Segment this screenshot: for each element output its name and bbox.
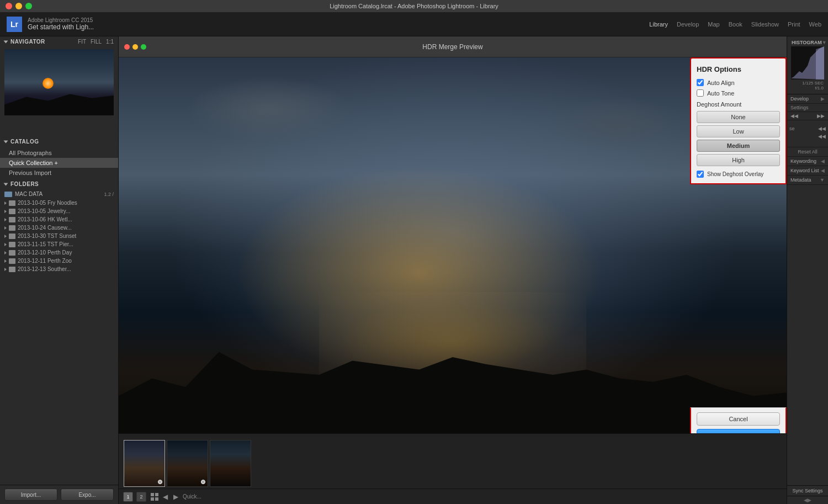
nav-1to1[interactable]: 1:1 (106, 39, 114, 45)
main-body: Navigator FIT FILL 1:1 Catalog All Photo… (0, 36, 828, 504)
next-arrow[interactable]: ▶ (172, 493, 179, 501)
folder-triangle (4, 268, 7, 271)
develop-label: Develop (790, 96, 809, 102)
module-map[interactable]: Map (708, 21, 719, 28)
preview-close[interactable] (124, 44, 130, 50)
metadata-btn[interactable]: Metadata ▼ (787, 176, 828, 185)
folder-label-2: 2013-10-06 HK Wetl... (18, 216, 72, 222)
page-2-button[interactable]: 2 (136, 492, 146, 502)
catalog-panel-header[interactable]: Catalog (0, 136, 118, 147)
sync-settings-btn[interactable]: Sync Settings (787, 485, 828, 496)
right-bottom-arrow[interactable]: ◀▶ (804, 497, 811, 503)
import-button[interactable]: Import... (4, 489, 57, 501)
sidebar-bottom: Import... Expo... (0, 485, 118, 504)
deghost-medium-button[interactable]: Medium (697, 140, 780, 152)
window-controls (6, 3, 32, 9)
module-print[interactable]: Print (788, 21, 800, 28)
histogram-collapse[interactable]: ▼ (822, 40, 827, 45)
module-library[interactable]: Library (649, 21, 668, 28)
folders-section: MAC DATA 1.2 / 2013-10-05 Fry Noodles 20… (0, 189, 118, 485)
hdr-preview-image (119, 57, 787, 449)
deghost-none-button[interactable]: None (697, 111, 780, 123)
deghost-amount-label: Deghost Amount (697, 101, 780, 108)
folder-item-2[interactable]: 2013-10-06 HK Wetl... (0, 215, 118, 224)
grid-view-icon[interactable] (151, 493, 158, 501)
cancel-button[interactable]: Cancel (697, 412, 780, 426)
module-tabs: Library Develop Map Book Slideshow Print… (649, 21, 821, 28)
controls-arrow-left[interactable]: ◀◀ (790, 113, 798, 119)
keywording-btn[interactable]: Keywording ◀ (787, 157, 828, 166)
folder-label-0: 2013-10-05 Fry Noodles (18, 200, 77, 206)
show-deghost-checkbox[interactable] (697, 171, 704, 178)
thumb-badge-2 (201, 480, 205, 484)
preview-min[interactable] (132, 44, 138, 50)
folder-label-4: 2013-10-30 TST Sunset (18, 233, 76, 239)
controls-arrow-right[interactable]: ▶▶ (817, 113, 825, 119)
keyword-list-label: Keyword List (790, 168, 819, 173)
folder-item-4[interactable]: 2013-10-30 TST Sunset (0, 232, 118, 240)
folder-item-8[interactable]: 2013-12-13 Souther... (0, 265, 118, 273)
catalog-triangle (4, 140, 8, 143)
deghost-low-button[interactable]: Low (697, 125, 780, 137)
module-web[interactable]: Web (809, 21, 821, 28)
maximize-button[interactable] (25, 3, 32, 9)
page-1-button[interactable]: 1 (123, 492, 133, 502)
catalog-all-photographs[interactable]: All Photographs (0, 148, 118, 158)
deghost-high-button[interactable]: High (697, 154, 780, 166)
folder-triangle (4, 201, 7, 205)
navigator-thumbnail (0, 47, 118, 120)
svg-rect-2 (151, 497, 154, 501)
folder-label-7: 2013-12-11 Perth Zoo (18, 258, 72, 264)
folder-item-5[interactable]: 2013-11-15 TST Pier... (0, 240, 118, 248)
folder-icon (9, 267, 15, 272)
app-tagline: Get started with Ligh... (28, 23, 94, 31)
thumb-image-3 (210, 441, 251, 486)
close-button[interactable] (6, 3, 12, 9)
quick-label[interactable]: Quick... (183, 494, 201, 500)
cloud1 (185, 77, 351, 143)
folder-item-1[interactable]: 2013-10-05 Jewelry... (0, 207, 118, 215)
right-bottom-controls: ◀▶ (787, 496, 828, 504)
minimize-button[interactable] (15, 3, 22, 9)
folder-item-3[interactable]: 2013-10-24 Causew... (0, 224, 118, 232)
develop-module-btn[interactable]: Develop ▶ (787, 94, 828, 104)
auto-tone-checkbox[interactable] (697, 89, 704, 97)
navigator-title: Navigator (10, 39, 78, 45)
catalog-quick-collection[interactable]: Quick Collection + (0, 158, 118, 168)
thumbnail-1[interactable] (124, 440, 165, 487)
module-book[interactable]: Book (729, 21, 742, 28)
export-button[interactable]: Expo... (61, 489, 114, 501)
folder-triangle (4, 251, 7, 254)
folder-item-7[interactable]: 2013-12-11 Perth Zoo (0, 257, 118, 265)
catalog-previous-import[interactable]: Previous Import (0, 168, 118, 178)
reset-all-btn[interactable]: Reset All (787, 147, 828, 157)
slider-row-2: ◀◀ (789, 134, 826, 139)
drive-item[interactable]: MAC DATA 1.2 / (0, 189, 118, 199)
prev-arrow[interactable]: ◀ (162, 493, 169, 501)
dialog-spacer (690, 184, 787, 407)
keyword-list-btn[interactable]: Keyword List ◀ (787, 166, 828, 176)
sync-settings-label: Sync Settings (792, 488, 822, 494)
nav-fill[interactable]: FILL (91, 39, 102, 45)
navigator-panel-header[interactable]: Navigator FIT FILL 1:1 (0, 36, 118, 47)
folder-label-6: 2013-12-10 Perth Day (18, 250, 72, 256)
thumbnail-2[interactable] (167, 440, 208, 487)
arrows-1: ◀◀ (818, 126, 826, 131)
auto-align-checkbox[interactable] (697, 79, 704, 86)
histogram-header: Histogram ▼ (789, 39, 826, 46)
drive-name: MAC DATA (15, 191, 43, 197)
thumbnail-3[interactable] (210, 440, 251, 487)
keywording-arrow: ◀ (821, 158, 825, 164)
folders-panel-header[interactable]: Folders (0, 179, 118, 189)
nav-fit[interactable]: FIT (78, 39, 86, 45)
center-preview-area: HDR Merge Preview HDR Options Auto Align (119, 36, 787, 504)
folder-label-3: 2013-10-24 Causew... (18, 225, 72, 231)
folder-item-0[interactable]: 2013-10-05 Fry Noodles (0, 199, 118, 207)
folder-item-6[interactable]: 2013-12-10 Perth Day (0, 248, 118, 257)
navigator-triangle (4, 40, 8, 43)
module-develop[interactable]: Develop (677, 21, 699, 28)
preview-title: HDR Merge Preview (422, 43, 482, 51)
module-slideshow[interactable]: Slideshow (751, 21, 779, 28)
navigator-preview-image (4, 49, 114, 115)
preview-max[interactable] (141, 44, 146, 50)
